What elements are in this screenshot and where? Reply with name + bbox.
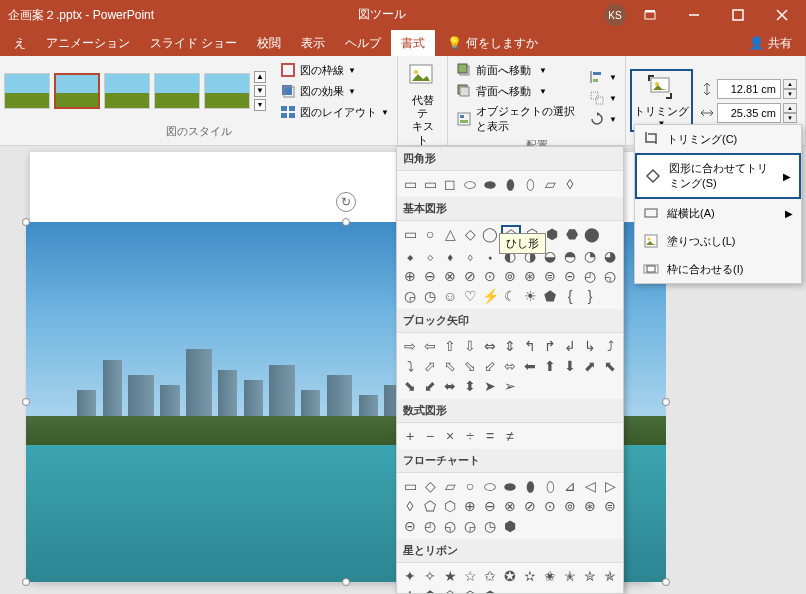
shape-item[interactable]: ⬃ <box>481 357 499 375</box>
shape-item[interactable]: ⬨ <box>461 247 479 265</box>
handle-s[interactable] <box>342 578 350 586</box>
shape-item[interactable]: ⬁ <box>441 357 459 375</box>
shape-item[interactable]: ⬬ <box>481 175 499 193</box>
shape-item[interactable]: ≠ <box>501 427 519 445</box>
shape-item[interactable]: ⊚ <box>561 497 579 515</box>
shape-item[interactable]: } <box>581 287 599 305</box>
shape-item[interactable]: ⬭ <box>461 175 479 193</box>
shape-item[interactable]: ⬊ <box>401 377 419 395</box>
shape-item[interactable]: ⬬ <box>501 477 519 495</box>
bring-forward-button[interactable]: 前面へ移動 ▼ <box>452 60 581 80</box>
shape-item[interactable]: ○ <box>421 225 439 243</box>
shape-item[interactable]: ◴ <box>581 267 599 285</box>
shape-item[interactable]: ☆ <box>461 567 479 585</box>
shape-item[interactable]: ⬡ <box>461 587 479 594</box>
shape-item[interactable]: ◯ <box>481 225 499 243</box>
shape-item[interactable]: ✯ <box>601 567 619 585</box>
group-button[interactable]: ▼ <box>585 88 621 108</box>
handle-w[interactable] <box>22 398 30 406</box>
shape-item[interactable]: ⊛ <box>581 497 599 515</box>
shape-item[interactable]: ⬀ <box>421 357 439 375</box>
shape-item[interactable]: ⇕ <box>501 337 519 355</box>
picture-layout-button[interactable]: 図のレイアウト ▼ <box>276 102 393 122</box>
shape-item[interactable]: ☀ <box>521 287 539 305</box>
shape-item[interactable]: ✧ <box>421 567 439 585</box>
picture-border-button[interactable]: 図の枠線 ▼ <box>276 60 393 80</box>
shape-item[interactable]: ⊖ <box>421 267 439 285</box>
shape-item[interactable]: ◵ <box>601 267 619 285</box>
shape-item[interactable]: ✰ <box>401 587 419 594</box>
shape-item[interactable]: ▭ <box>401 225 419 243</box>
shape-item[interactable]: ÷ <box>461 427 479 445</box>
crop-menu-item-1[interactable]: 図形に合わせてトリミング(S) ▶ <box>635 153 801 199</box>
shape-item[interactable]: ▷ <box>601 477 619 495</box>
shape-item[interactable]: ♡ <box>461 287 479 305</box>
height-input[interactable] <box>717 79 781 99</box>
shape-item[interactable]: ✮ <box>581 567 599 585</box>
shape-item[interactable]: = <box>481 427 499 445</box>
shape-item[interactable]: ⬍ <box>461 377 479 395</box>
close-button[interactable] <box>762 0 802 30</box>
shape-item[interactable]: ⬌ <box>441 377 459 395</box>
shape-item[interactable]: ▱ <box>441 477 459 495</box>
crop-menu-item-2[interactable]: 縦横比(A) ▶ <box>635 199 801 227</box>
shape-item[interactable]: ⤵ <box>401 357 419 375</box>
tab-item-3[interactable]: 校閲 <box>247 30 291 56</box>
shape-item[interactable]: ⬮ <box>501 175 519 193</box>
shape-item[interactable]: ⤴ <box>601 337 619 355</box>
styles-scroll-up[interactable]: ▲ <box>254 71 266 83</box>
shape-item[interactable]: ⬯ <box>541 477 559 495</box>
picture-style-1[interactable] <box>4 73 50 109</box>
tab-item-1[interactable]: アニメーション <box>36 30 140 56</box>
crop-menu-item-4[interactable]: 枠に合わせる(I) <box>635 255 801 283</box>
shape-item[interactable]: ⬟ <box>421 587 439 594</box>
handle-e[interactable] <box>662 398 670 406</box>
shape-item[interactable]: ↰ <box>521 337 539 355</box>
shape-item[interactable]: ➢ <box>501 377 519 395</box>
shape-item[interactable]: ⬥ <box>401 247 419 265</box>
shape-item[interactable]: ⬂ <box>461 357 479 375</box>
shape-item[interactable]: + <box>401 427 419 445</box>
minimize-button[interactable] <box>674 0 714 30</box>
shape-item[interactable]: ⬅ <box>521 357 539 375</box>
shape-item[interactable]: ⇨ <box>401 337 419 355</box>
shape-item[interactable]: ➤ <box>481 377 499 395</box>
user-avatar[interactable]: KS <box>604 4 626 26</box>
shape-item[interactable]: ★ <box>441 567 459 585</box>
shape-item[interactable]: ⬉ <box>601 357 619 375</box>
shape-item[interactable]: ↲ <box>561 337 579 355</box>
shape-item[interactable]: △ <box>441 225 459 243</box>
shape-item[interactable]: ⬧ <box>441 247 459 265</box>
shape-item[interactable]: ✫ <box>521 567 539 585</box>
shape-item[interactable]: ⊙ <box>541 497 559 515</box>
picture-effects-button[interactable]: 図の効果 ▼ <box>276 81 393 101</box>
shape-item[interactable]: ⬦ <box>421 247 439 265</box>
picture-style-3[interactable] <box>104 73 150 109</box>
shape-item[interactable]: ⊘ <box>461 267 479 285</box>
width-down[interactable]: ▼ <box>783 113 797 123</box>
shape-item[interactable]: ◊ <box>561 175 579 193</box>
height-up[interactable]: ▲ <box>783 79 797 89</box>
shape-item[interactable]: ⬈ <box>581 357 599 375</box>
picture-style-5[interactable] <box>204 73 250 109</box>
height-down[interactable]: ▼ <box>783 89 797 99</box>
tab-item-0[interactable]: え <box>4 30 36 56</box>
handle-se[interactable] <box>662 578 670 586</box>
shape-item[interactable]: ⬇ <box>561 357 579 375</box>
shape-item[interactable]: ⇔ <box>481 337 499 355</box>
send-backward-button[interactable]: 背面へ移動 ▼ <box>452 81 581 101</box>
ribbon-display-options-icon[interactable] <box>630 0 670 30</box>
crop-button[interactable]: トリミング ▼ <box>630 69 693 131</box>
shape-item[interactable]: ✦ <box>401 567 419 585</box>
shape-item[interactable]: ◶ <box>401 287 419 305</box>
shape-item[interactable]: ⬠ <box>421 497 439 515</box>
shape-item[interactable]: ✩ <box>481 567 499 585</box>
shape-item[interactable]: ⚡ <box>481 287 499 305</box>
shape-item[interactable]: ⊚ <box>501 267 519 285</box>
tab-item-4[interactable]: 表示 <box>291 30 335 56</box>
styles-more[interactable]: ▾ <box>254 99 266 111</box>
selection-pane-button[interactable]: オブジェクトの選択と表示 <box>452 102 581 136</box>
share-button[interactable]: 👤 共有 <box>735 30 806 56</box>
shape-item[interactable]: ⇧ <box>441 337 459 355</box>
handle-nw[interactable] <box>22 218 30 226</box>
